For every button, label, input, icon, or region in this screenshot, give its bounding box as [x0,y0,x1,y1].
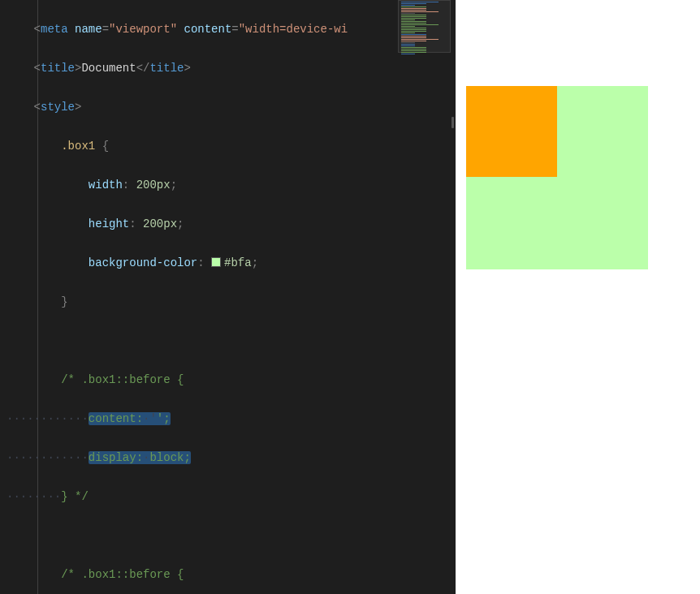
tag-title-open: title [41,62,75,75]
minimap-lines [401,2,447,55]
tag-style-open: style [41,101,75,114]
selector-box1: .box1 [61,140,95,153]
tag-meta: meta [41,23,68,36]
color-swatch-green[interactable] [211,257,221,267]
code-editor-pane[interactable]: <meta name="viewport" content="width=dev… [0,0,451,594]
comment-block-1: /* .box1::before { [61,373,184,386]
document-title-text: Document [81,62,136,75]
minimap[interactable] [398,0,451,594]
preview-pane [456,0,700,594]
preview-box2 [466,86,557,177]
code-area[interactable]: <meta name="viewport" content="width=dev… [0,0,451,594]
comment-block-2: /* .box1::before { [61,568,184,581]
